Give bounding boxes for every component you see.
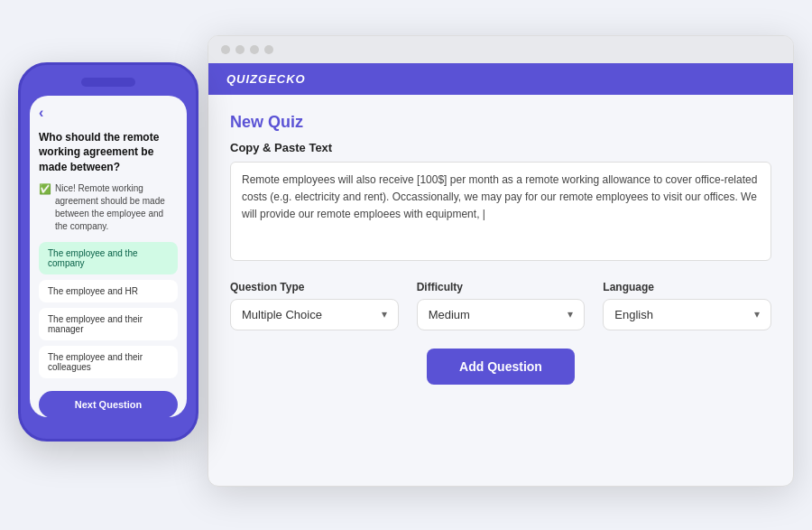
browser-dot-1	[221, 45, 230, 54]
dropdowns-row: Question Type Multiple Choice ▾ Difficul…	[230, 281, 771, 330]
language-chevron-icon: ▾	[754, 308, 760, 321]
answer-2[interactable]: The employee and HR	[39, 280, 178, 302]
difficulty-chevron-icon: ▾	[567, 308, 573, 321]
answer-3[interactable]: The employee and their manager	[39, 308, 178, 340]
language-value: English	[614, 308, 653, 321]
next-question-button[interactable]: Next Question	[39, 391, 178, 417]
browser-dot-2	[235, 45, 245, 54]
app-header: QUIZGECKO	[208, 63, 793, 95]
browser-window: QUIZGECKO New Quiz Copy & Paste Text Que…	[208, 35, 794, 487]
browser-dot-3	[250, 45, 259, 54]
back-button[interactable]: ‹	[39, 105, 178, 121]
answer-1[interactable]: The employee and the company	[39, 242, 178, 274]
question-type-value: Multiple Choice	[242, 308, 322, 321]
phone-feedback-text: Nice! Remote working agreement should be…	[55, 182, 178, 233]
text-input[interactable]	[230, 162, 771, 261]
check-icon: ✅	[39, 183, 51, 195]
phone-question-text: Who should the remote working agreement …	[39, 130, 178, 175]
difficulty-value: Medium	[429, 308, 470, 321]
phone-feedback: ✅ Nice! Remote working agreement should …	[39, 182, 178, 233]
add-question-button[interactable]: Add Question	[427, 349, 575, 385]
difficulty-group: Difficulty Medium ▾	[417, 281, 586, 330]
language-select[interactable]: English ▾	[603, 299, 771, 330]
scene: QUIZGECKO New Quiz Copy & Paste Text Que…	[18, 17, 794, 514]
phone-notch	[81, 78, 135, 87]
difficulty-label: Difficulty	[417, 281, 586, 293]
app-logo: QUIZGECKO	[226, 72, 306, 86]
difficulty-select[interactable]: Medium ▾	[417, 299, 586, 330]
question-type-group: Question Type Multiple Choice ▾	[230, 281, 399, 330]
browser-content: New Quiz Copy & Paste Text Question Type…	[208, 95, 793, 403]
phone: ‹ Who should the remote working agreemen…	[18, 62, 198, 442]
quiz-title: New Quiz	[230, 113, 771, 132]
copy-paste-label: Copy & Paste Text	[230, 141, 771, 154]
question-type-label: Question Type	[230, 281, 399, 293]
answer-4[interactable]: The employee and their colleagues	[39, 346, 178, 378]
phone-screen: ‹ Who should the remote working agreemen…	[30, 96, 187, 417]
question-type-select[interactable]: Multiple Choice ▾	[230, 299, 399, 330]
browser-dot-4	[264, 45, 273, 54]
question-type-chevron-icon: ▾	[382, 308, 387, 321]
language-group: Language English ▾	[603, 281, 771, 330]
browser-titlebar	[208, 36, 793, 63]
language-label: Language	[603, 281, 771, 293]
